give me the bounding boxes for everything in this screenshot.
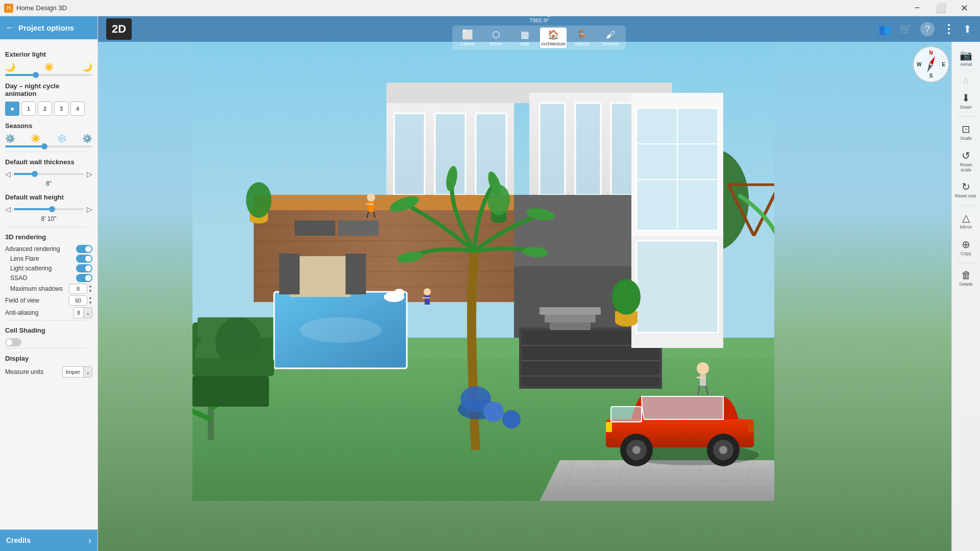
max-shadows-arrows[interactable]: ▲ ▼ xyxy=(88,284,92,294)
ssao-toggle[interactable] xyxy=(76,274,92,282)
fov-row: Field of view ▲ ▼ xyxy=(5,295,92,306)
cycle-btn-0[interactable]: ■ xyxy=(5,102,19,116)
tool-architecture[interactable]: 🏠 Architecture xyxy=(540,28,567,48)
measure-units-dropdown[interactable]: Imper ⌄ xyxy=(62,366,92,378)
cycle-btn-3[interactable]: 3 xyxy=(54,102,68,116)
window-controls[interactable]: − ⬜ ✕ xyxy=(905,0,976,16)
season-icons: ⚙️ ☀️ ❄️ ⚙️ xyxy=(5,134,92,143)
copy-button[interactable]: ⊕ Copy xyxy=(954,235,978,260)
light-icons-row: 🌙 ☀️ 🌙 xyxy=(5,62,92,72)
help-icon[interactable]: ? xyxy=(920,22,935,36)
minimize-button[interactable]: − xyxy=(905,0,929,16)
advanced-rendering-toggle[interactable] xyxy=(76,245,92,253)
cycle-btn-4[interactable]: 4 xyxy=(70,102,85,116)
wall-thickness-title: Default wall thickness xyxy=(5,158,92,166)
svg-point-93 xyxy=(697,362,709,374)
rendering3d-title: 3D rendering xyxy=(5,233,92,241)
compass-needle-svg xyxy=(920,53,942,76)
close-button[interactable]: ✕ xyxy=(952,0,976,16)
antialiasing-arrow-icon[interactable]: ⌄ xyxy=(83,308,92,318)
back-button[interactable]: ← xyxy=(5,22,14,33)
antialiasing-row: Anti-aliasing 8 ⌄ xyxy=(5,307,92,318)
users-icon[interactable]: 👥 xyxy=(878,23,891,35)
lens-flare-toggle[interactable] xyxy=(76,255,92,263)
mirror-icon: △ xyxy=(962,212,970,224)
moon2-icon: 🌙 xyxy=(82,62,92,72)
svg-rect-30 xyxy=(575,103,601,195)
svg-rect-113 xyxy=(346,254,366,274)
scale-button[interactable]: ⊡ Scale xyxy=(954,120,978,144)
svg-rect-112 xyxy=(279,254,300,274)
tool-objects-label: Objects xyxy=(574,41,590,46)
upload-icon[interactable]: ⬆ xyxy=(963,23,972,35)
display-title: Display xyxy=(5,355,92,362)
tool-wall[interactable]: ▦ Wall xyxy=(511,28,538,48)
svg-rect-90 xyxy=(540,307,601,315)
credits-footer[interactable]: Credits › xyxy=(0,530,97,551)
down-arrow-icon: ⬇ xyxy=(962,92,970,104)
btn-2d[interactable]: 2D xyxy=(106,18,132,40)
delete-label: Delete xyxy=(959,282,972,287)
mirror-button[interactable]: △ Mirror xyxy=(954,209,978,233)
compass: N S E W xyxy=(913,46,949,83)
right-toolbar: 📷 Aerial △ ⬇ Down ⊡ Scale ↺ Reset scal xyxy=(951,42,980,551)
divider-right-2 xyxy=(956,205,976,206)
svg-point-57 xyxy=(300,317,381,343)
tool-textures[interactable]: 🖌 Textures xyxy=(597,28,624,48)
wall-height-title: Default wall height xyxy=(5,193,92,201)
3d-view[interactable]: N S E W 📷 Aerial △ xyxy=(98,16,980,551)
tool-room[interactable]: ⬡ Room xyxy=(483,28,509,48)
max-shadows-up[interactable]: ▲ xyxy=(88,284,92,289)
tool-objects[interactable]: 🪑 Objects xyxy=(569,28,595,48)
toolbar-center-area: Multi-level garden 7965 ft² ⬜ Layout ⬡ R… xyxy=(452,16,626,50)
cycle-btn-1[interactable]: 1 xyxy=(21,102,36,116)
antialiasing-dropdown[interactable]: 8 ⌄ xyxy=(74,307,92,318)
divider-right-3 xyxy=(956,263,976,263)
svg-rect-108 xyxy=(748,422,754,432)
reset-mat-button[interactable]: ↻ Reset mat. xyxy=(954,178,978,202)
maximize-button[interactable]: ⬜ xyxy=(929,0,952,16)
max-shadows-down[interactable]: ▼ xyxy=(88,289,92,294)
layout-icon: ⬜ xyxy=(462,29,473,40)
fov-up[interactable]: ▲ xyxy=(88,295,92,300)
delete-button[interactable]: 🗑 Delete xyxy=(954,266,978,290)
fov-input[interactable]: ▲ ▼ xyxy=(69,295,92,306)
copy-icon: ⊕ xyxy=(962,238,970,251)
wall-thickness-decrease[interactable]: ◁ xyxy=(5,170,11,178)
reset-scale-button[interactable]: ↺ Reset scale xyxy=(954,146,978,176)
scale-label: Scale xyxy=(960,136,972,141)
light-scattering-toggle[interactable] xyxy=(76,264,92,272)
tool-layout[interactable]: ⬜ Layout xyxy=(454,28,481,48)
aerial-button[interactable]: 📷 Aerial xyxy=(954,46,978,70)
svg-point-84 xyxy=(502,410,521,429)
fov-down[interactable]: ▼ xyxy=(88,300,92,306)
divider-2 xyxy=(5,227,87,227)
cart-icon[interactable]: 🛒 xyxy=(899,23,912,35)
max-shadows-field[interactable] xyxy=(69,284,87,294)
wall-thickness-increase[interactable]: ▷ xyxy=(87,170,92,178)
cycle-btn-2[interactable]: 2 xyxy=(38,102,52,116)
divider-3 xyxy=(5,320,87,320)
down-button[interactable]: ⬇ Down xyxy=(954,89,978,113)
svg-rect-91 xyxy=(545,315,596,322)
more-button[interactable] xyxy=(943,23,955,35)
content-area: 2D Multi-level garden 7965 ft² ⬜ Layout … xyxy=(98,16,980,551)
title-bar: H Home Design 3D − ⬜ ✕ xyxy=(0,0,980,16)
fov-field[interactable] xyxy=(69,295,87,306)
aerial-camera-icon: 📷 xyxy=(960,49,972,61)
wall-height-decrease[interactable]: ◁ xyxy=(5,205,11,213)
measure-units-arrow-icon[interactable]: ⌄ xyxy=(83,367,92,377)
max-shadows-input[interactable]: ▲ ▼ xyxy=(69,284,92,294)
fov-arrows[interactable]: ▲ ▼ xyxy=(88,295,92,306)
cell-shading-toggle[interactable] xyxy=(5,338,21,346)
seasons-slider[interactable] xyxy=(5,145,92,147)
svg-marker-119 xyxy=(925,63,933,73)
wall-thickness-value: 8" xyxy=(5,180,92,187)
wall-height-increase[interactable]: ▷ xyxy=(87,205,92,213)
svg-rect-100 xyxy=(611,407,642,422)
chevron-up-button[interactable]: △ xyxy=(954,72,978,87)
exterior-light-slider[interactable] xyxy=(5,74,92,76)
cell-shading-row xyxy=(5,338,92,346)
reset-scale-icon: ↺ xyxy=(962,149,970,162)
wall-height-setting: ◁ ▷ 8' 10" xyxy=(5,205,92,222)
